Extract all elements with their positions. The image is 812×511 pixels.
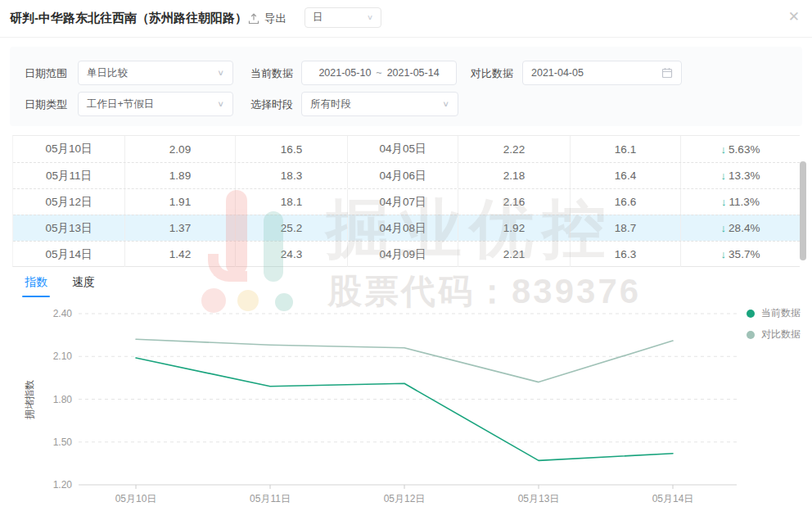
- calendar-icon: [661, 67, 673, 79]
- y-tick-label: 2.10: [53, 350, 73, 362]
- time-period-value: 所有时段: [310, 97, 351, 111]
- chevron-down-icon: ∨: [217, 99, 224, 108]
- table-row[interactable]: 05月14日1.4224.304月09日2.2116.3↓35.7%: [13, 241, 800, 267]
- current-start-date: 2021-05-10: [318, 67, 371, 79]
- date-cell: 05月12日: [13, 189, 125, 215]
- chevron-down-icon: ∨: [367, 13, 373, 21]
- range-separator: ~: [376, 67, 381, 79]
- speed-cell: 25.2: [236, 215, 348, 241]
- legend-dot-icon: [747, 331, 755, 339]
- index-cell: 1.37: [125, 215, 236, 241]
- compare-index-cell: 1.92: [458, 215, 571, 241]
- down-arrow-icon: ↓: [721, 222, 727, 234]
- table-scrollbar-thumb[interactable]: [800, 161, 806, 260]
- compare-date-cell: 04月05日: [348, 136, 458, 162]
- change-cell: ↓28.4%: [681, 215, 800, 241]
- down-arrow-icon: ↓: [721, 170, 727, 182]
- speed-cell: 18.3: [236, 163, 348, 188]
- tab-index[interactable]: 指数: [25, 275, 47, 297]
- date-cell: 05月11日: [13, 163, 125, 188]
- date-type-value: 工作日+节假日: [87, 97, 154, 111]
- date-cell: 05月13日: [13, 215, 125, 241]
- table-row[interactable]: 05月10日2.0916.504月05日2.2216.1↓5.63%: [13, 136, 800, 162]
- traffic-analysis-panel: 研判-中华路东北往西南（苏州路往朝阳路） 导出 日 ∨ ✕ 日期范围 单日比较 …: [0, 0, 812, 511]
- change-value: 13.3%: [729, 170, 760, 182]
- chart-legend: 当前数据对比数据: [747, 306, 801, 341]
- change-value: 35.7%: [729, 248, 760, 260]
- compare-date-value: 2021-04-05: [531, 67, 584, 79]
- compare-speed-cell: 16.1: [571, 136, 681, 162]
- chevron-down-icon: ∨: [217, 68, 224, 77]
- export-button[interactable]: 导出: [248, 11, 286, 26]
- y-tick-label: 1.20: [53, 479, 73, 491]
- compare-index-cell: 2.18: [458, 163, 571, 188]
- down-arrow-icon: ↓: [721, 248, 727, 260]
- current-data-range-input[interactable]: 2021-05-10 ~ 2021-05-14: [301, 61, 457, 85]
- compare-speed-cell: 16.4: [571, 163, 681, 188]
- time-period-select[interactable]: 所有时段 ∨: [301, 92, 458, 116]
- date-range-label: 日期范围: [25, 66, 67, 81]
- date-range-value: 单日比较: [87, 66, 128, 80]
- date-type-select[interactable]: 工作日+节假日 ∨: [78, 92, 233, 116]
- change-cell: ↓11.3%: [681, 189, 800, 215]
- change-value: 5.63%: [729, 143, 760, 156]
- change-value: 28.4%: [729, 222, 760, 234]
- y-tick-label: 1.50: [53, 436, 73, 448]
- index-cell: 1.89: [125, 163, 236, 188]
- date-cell: 05月10日: [13, 136, 125, 162]
- legend-label: 当前数据: [761, 306, 801, 320]
- speed-cell: 18.1: [236, 189, 348, 215]
- page-title: 研判-中华路东北往西南（苏州路往朝阳路）: [10, 11, 247, 26]
- series-line-对比数据: [136, 339, 673, 382]
- table-row[interactable]: 05月11日1.8918.304月06日2.1816.4↓13.3%: [13, 162, 800, 188]
- header: 研判-中华路东北往西南（苏州路往朝阳路） 导出 日 ∨ ✕: [0, 0, 812, 38]
- export-label: 导出: [264, 11, 286, 26]
- current-data-label: 当前数据: [250, 66, 293, 81]
- index-cell: 2.09: [125, 136, 236, 162]
- down-arrow-icon: ↓: [721, 196, 727, 208]
- comparison-table: 05月10日2.0916.504月05日2.2216.1↓5.63%05月11日…: [12, 135, 800, 267]
- speed-cell: 24.3: [236, 242, 348, 267]
- line-chart-canvas: 1.201.501.802.102.4005月10日05月11日05月12日05…: [0, 303, 812, 511]
- compare-data-label: 对比数据: [471, 66, 513, 81]
- chart-tabs: 指数速度: [25, 275, 95, 297]
- granularity-value: 日: [313, 11, 323, 25]
- change-cell: ↓13.3%: [681, 163, 800, 188]
- compare-index-cell: 2.21: [458, 242, 571, 267]
- table-row[interactable]: 05月13日1.3725.204月08日1.9218.7↓28.4%: [13, 215, 800, 241]
- legend-label: 对比数据: [761, 328, 801, 341]
- chevron-down-icon: ∨: [442, 99, 449, 108]
- filter-panel: 日期范围 单日比较 ∨ 当前数据 2021-05-10 ~ 2021-05-14…: [10, 47, 802, 126]
- y-axis-title: 拥堵指数: [24, 380, 35, 419]
- x-tick-label: 05月12日: [384, 493, 426, 504]
- x-tick-label: 05月13日: [518, 493, 560, 504]
- index-cell: 1.91: [125, 189, 236, 215]
- compare-date-cell: 04月07日: [348, 189, 458, 215]
- current-end-date: 2021-05-14: [387, 67, 440, 79]
- congestion-index-chart: 1.201.501.802.102.4005月10日05月11日05月12日05…: [0, 303, 812, 511]
- x-tick-label: 05月11日: [250, 493, 291, 504]
- close-icon[interactable]: ✕: [788, 10, 800, 24]
- comparison-table-body: 05月10日2.0916.504月05日2.2216.1↓5.63%05月11日…: [13, 136, 800, 267]
- table-row[interactable]: 05月12日1.9118.104月07日2.1616.6↓11.3%: [13, 188, 800, 215]
- export-icon: [248, 13, 259, 25]
- speed-cell: 16.5: [236, 136, 348, 162]
- change-value: 11.3%: [729, 196, 760, 208]
- y-tick-label: 2.40: [53, 308, 73, 319]
- compare-speed-cell: 16.6: [571, 189, 681, 215]
- compare-date-input[interactable]: 2021-04-05: [522, 61, 682, 85]
- date-range-select[interactable]: 单日比较 ∨: [78, 61, 233, 85]
- tab-speed[interactable]: 速度: [72, 275, 95, 297]
- compare-index-cell: 2.22: [458, 136, 571, 162]
- legend-item[interactable]: 当前数据: [747, 306, 801, 320]
- compare-speed-cell: 16.3: [571, 242, 681, 267]
- compare-date-cell: 04月06日: [348, 163, 458, 188]
- granularity-select[interactable]: 日 ∨: [304, 7, 381, 28]
- compare-date-cell: 04月09日: [348, 242, 458, 267]
- legend-item[interactable]: 对比数据: [747, 328, 801, 341]
- compare-speed-cell: 18.7: [571, 215, 681, 241]
- compare-date-cell: 04月08日: [348, 215, 458, 241]
- date-type-label: 日期类型: [25, 97, 67, 112]
- down-arrow-icon: ↓: [721, 143, 727, 156]
- compare-index-cell: 2.16: [458, 189, 571, 215]
